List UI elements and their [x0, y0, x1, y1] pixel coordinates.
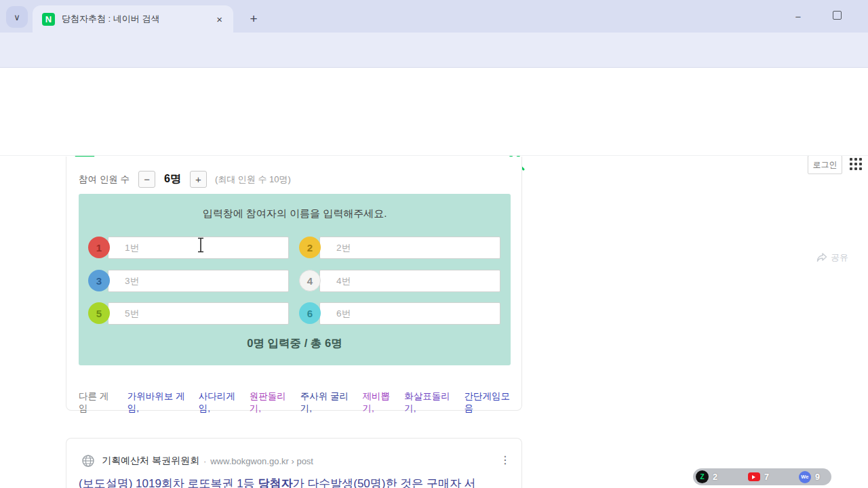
stream-viewer-overlay: Z 2 7 We 9	[693, 468, 831, 485]
entry-badge-3: 3	[88, 270, 110, 291]
window-maximize-button[interactable]	[833, 11, 842, 20]
entry-progress-status: 0명 입력중 / 총 6명	[79, 336, 511, 351]
chzzk-counter: Z 2	[693, 470, 717, 483]
chevron-down-icon: ∨	[14, 12, 20, 22]
link-arrow-spin[interactable]: 화살표돌리기,	[404, 390, 460, 415]
link-wheel-spin[interactable]: 원판돌리기,	[250, 390, 297, 415]
tab-title: 당첨자추첨 : 네이버 검색	[62, 13, 214, 25]
other-games-row: 다른 게임 가위바위보 게임, 사다리게임, 원판돌리기, 주사위 굴리기, 제…	[79, 390, 521, 415]
link-simple-games[interactable]: 간단게임모음	[465, 390, 519, 415]
name-input-4[interactable]	[319, 270, 500, 292]
winner-draw-widget-card: 참여 인원 수 − 6명 + (최대 인원 수 10명) 입력창에 참여자의 이…	[66, 157, 522, 411]
text-cursor	[197, 237, 205, 253]
share-label: 공유	[831, 251, 848, 264]
browser-tab-strip: ∨ N 당첨자추첨 : 네이버 검색 × + −	[0, 0, 868, 33]
youtube-counter: 7	[717, 472, 769, 482]
result-title-pre: (보도설명) 1019회차 로또복권 1등	[79, 477, 258, 488]
share-button[interactable]: 공유	[816, 251, 848, 264]
login-button[interactable]: 로그인	[808, 155, 842, 174]
window-minimize-button[interactable]: −	[789, 8, 808, 24]
name-input-6[interactable]	[319, 302, 500, 325]
chzzk-count: 2	[713, 472, 717, 482]
search-result-card: 기획예산처 복권위원회 · www.bokgwon.go.kr › post ⋮…	[66, 438, 522, 488]
entry-badge-5: 5	[88, 302, 110, 324]
panel-instruction: 입력창에 참여자의 이름을 입력해주세요.	[79, 207, 511, 220]
badge-number: 1	[96, 242, 102, 253]
result-title-keyword: 당첨자	[258, 477, 293, 488]
badge-number: 6	[307, 308, 313, 319]
link-ladder-game[interactable]: 사다리게임,	[199, 390, 246, 415]
other-games-label: 다른 게임	[79, 390, 117, 415]
chzzk-icon: Z	[696, 470, 709, 483]
entry-badge-6: 6	[299, 302, 321, 324]
weverse-counter: We 9	[769, 471, 820, 483]
link-dice-roll[interactable]: 주사위 굴리기,	[300, 390, 359, 415]
apps-grid-icon[interactable]	[850, 158, 863, 171]
weverse-count: 9	[815, 472, 820, 482]
result-site-name[interactable]: 기획예산처 복권위원회	[102, 455, 199, 467]
result-title-post: 가 다수발생(50명)한 것은 구매자 서	[293, 477, 476, 488]
increase-count-button[interactable]: +	[190, 171, 207, 188]
naver-header: N 로그인	[0, 68, 868, 119]
youtube-icon	[748, 472, 760, 481]
search-category-nav: 블로그 카페 이미지 지식iN 인플루언서 동영상 쇼핑 뉴스 어학사전 › ⋯…	[0, 119, 868, 156]
badge-number: 4	[307, 275, 313, 287]
result-site-url[interactable]: www.bokgwon.go.kr › post	[210, 456, 313, 466]
name-entry-panel: 입력창에 참여자의 이름을 입력해주세요. 1 2 3 4 5 6	[79, 194, 511, 365]
participant-count-row: 참여 인원 수 − 6명 + (최대 인원 수 10명)	[79, 171, 291, 188]
name-input-5[interactable]	[108, 302, 289, 325]
tab-close-icon[interactable]: ×	[214, 14, 225, 25]
tab-search-button[interactable]: ∨	[6, 6, 28, 28]
browser-tab[interactable]: N 당첨자추첨 : 네이버 검색 ×	[33, 5, 233, 33]
badge-number: 5	[96, 308, 102, 319]
entry-badge-2: 2	[299, 237, 321, 258]
weverse-icon: We	[799, 471, 811, 483]
new-tab-button[interactable]: +	[244, 9, 263, 28]
link-draw-lots[interactable]: 제비뽑기,	[363, 390, 401, 415]
name-input-2[interactable]	[319, 237, 500, 259]
decrease-count-button[interactable]: −	[138, 171, 155, 188]
globe-icon	[81, 454, 95, 468]
badge-number: 3	[96, 275, 102, 287]
share-arrow-icon	[816, 253, 827, 262]
entry-badge-4: 4	[299, 270, 321, 291]
max-count-note: (최대 인원 수 10명)	[215, 174, 291, 186]
name-input-3[interactable]	[108, 270, 289, 292]
naver-favicon: N	[42, 13, 55, 26]
participant-count-label: 참여 인원 수	[79, 174, 130, 186]
badge-number: 2	[307, 242, 313, 253]
result-menu-icon[interactable]: ⋮	[500, 453, 511, 466]
browser-window: ∨ N 당첨자추첨 : 네이버 검색 × + − ← → ⟳ search.na…	[0, 0, 868, 488]
link-rock-paper-scissors[interactable]: 가위바위보 게임,	[127, 390, 195, 415]
browser-toolbar: ← → ⟳ search.naver.com/search.naver?wher…	[0, 33, 868, 68]
youtube-count: 7	[764, 472, 769, 482]
result-title-link[interactable]: (보도설명) 1019회차 로또복권 1등 당첨자가 다수발생(50명)한 것은…	[79, 476, 476, 488]
participant-count-value: 6명	[164, 172, 181, 186]
result-source-row[interactable]: 기획예산처 복권위원회 · www.bokgwon.go.kr › post	[81, 454, 313, 468]
entry-badge-1: 1	[88, 237, 110, 258]
source-separator: ·	[203, 456, 206, 466]
